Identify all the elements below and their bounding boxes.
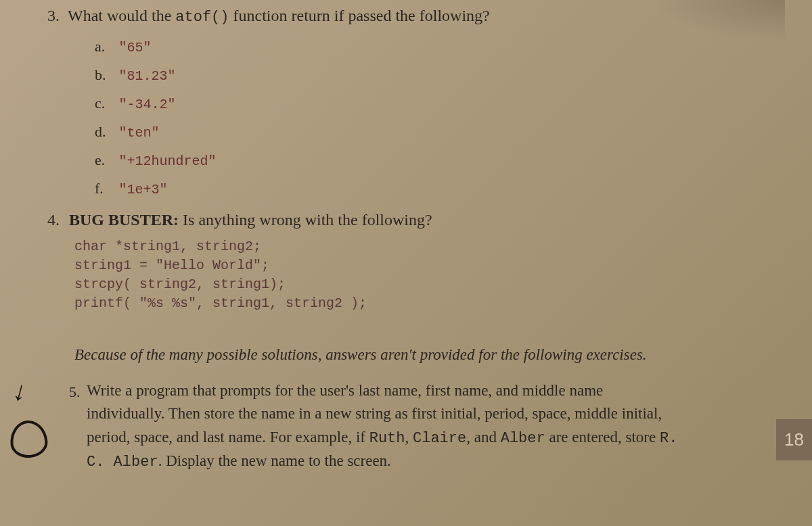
option-d: d. "ten" <box>95 123 758 141</box>
q3-text-part2: function return if passed the following? <box>229 7 490 24</box>
opt-a-code: "65" <box>119 40 152 55</box>
question-3: 3. What would the atof() function return… <box>47 7 758 197</box>
q3-code-atof: atof() <box>175 9 229 26</box>
q4-number: 4. <box>47 211 60 229</box>
q3-text-part1: What would the <box>68 7 175 24</box>
opt-e-letter: e. <box>95 151 115 169</box>
option-a: a. "65" <box>95 38 758 55</box>
opt-b-code: "81.23" <box>119 68 176 84</box>
opt-e-code: "+12hundred" <box>119 153 217 169</box>
opt-a-letter: a. <box>95 38 115 55</box>
opt-c-code: "-34.2" <box>119 97 176 112</box>
opt-d-letter: d. <box>95 123 115 141</box>
q5-part2: , <box>405 429 413 446</box>
q5-text-body: Write a program that prompts for the use… <box>87 379 758 473</box>
q4-title-line: 4. BUG BUSTER: Is anything wrong with th… <box>47 211 758 229</box>
page-content: 3. What would the atof() function return… <box>0 0 812 480</box>
option-f: f. "1e+3" <box>95 180 758 197</box>
option-c: c. "-34.2" <box>95 95 758 112</box>
q3-number: 3. <box>47 7 60 25</box>
question-4: 4. BUG BUSTER: Is anything wrong with th… <box>47 211 758 313</box>
opt-d-code: "ten" <box>119 125 160 141</box>
q4-bug-buster: BUG BUSTER: <box>69 211 179 229</box>
q3-options: a. "65" b. "81.23" c. "-34.2" d. "ten" e… <box>95 38 758 197</box>
q5-part5: . Display the new name to the screen. <box>158 452 391 469</box>
opt-f-letter: f. <box>95 180 115 197</box>
opt-f-code: "1e+3" <box>119 182 168 197</box>
opt-b-letter: b. <box>95 66 115 84</box>
option-e: e. "+12hundred" <box>95 151 758 169</box>
q4-code-block: char *string1, string2; string1 = "Hello… <box>74 237 758 313</box>
exercises-note: Because of the many possible solutions, … <box>74 343 690 367</box>
q5-code-alber: Alber <box>501 430 545 447</box>
q4-text: Is anything wrong with the following? <box>179 211 432 229</box>
option-b: b. "81.23" <box>95 66 758 84</box>
q5-part4: are entered, store <box>545 429 660 446</box>
q5-code-claire: Claire <box>413 430 466 447</box>
q3-text: What would the atof() function return if… <box>68 7 490 24</box>
chapter-tab: 18 <box>776 419 812 460</box>
opt-c-letter: c. <box>95 95 115 112</box>
q5-part3: , and <box>466 429 500 446</box>
q5-number: 5. <box>69 381 81 403</box>
q5-code-ruth: Ruth <box>369 430 405 447</box>
question-5: 5. Write a program that prompts for the … <box>68 379 758 473</box>
